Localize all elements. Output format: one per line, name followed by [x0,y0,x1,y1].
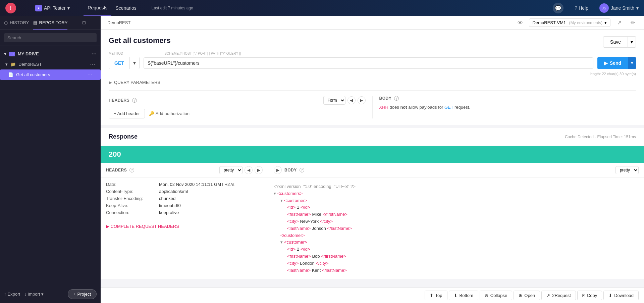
complete-req-label: ▶ COMPLETE REQUEST HEADERS [106,224,179,229]
nav-api-tester-label: API Tester [44,5,65,11]
to-request-button[interactable]: ↗ 2Request [541,291,576,300]
request-panel: Get all customers Save ▾ METHOD SCHEME:/… [101,30,644,128]
nav-logo[interactable]: ! [5,3,16,13]
xml-line-customer1-close: </customer> [274,232,639,239]
nav-divider-3 [146,4,146,12]
add-auth-button[interactable]: 🔑 Add authorization [149,109,190,118]
sidebar-tab-repository-label: REPOSITORY [39,20,68,25]
file-more-icon[interactable]: ⋯ [87,71,93,78]
add-header-button[interactable]: + Add header [109,109,145,118]
sidebar-search-input[interactable] [4,33,97,42]
sidebar-folder-label: DemoREST [18,62,42,67]
sidebar-bottom: ↑ Export ↓ Import ▾ + Project [0,285,101,303]
nav-requests[interactable]: Requests [84,0,111,16]
sidebar-my-drive-section: ▾ □ MY DRIVE ⋯ ▾ 📁 DemoREST ⋯ 📄 Get all … [0,46,101,83]
headers-col: HEADERS ? Form ◀ ▶ + Add header [109,96,372,118]
xml-line-firstname2: <firstName> Bob </firstName> [274,253,639,260]
method-dropdown-icon[interactable]: ▾ [129,57,139,69]
sidebar-tabs: ◷ HISTORY ▤ REPOSITORY ⊡ [0,16,101,30]
resp-header-transfer-encoding: Transfer-Encoding: chunked [106,196,263,201]
nav-last-edit: Last edit 7 minutes ago [152,6,193,10]
xml-line-city2: <city> London </city> [274,260,639,267]
resp-header-content-type: Content-Type: application/xml [106,189,263,194]
copy-button[interactable]: ⎘ Copy [577,291,602,300]
collapse-button[interactable]: ⊖ Collapse [480,291,513,300]
resp-headers-col: HEADERS ? pretty ◀ ▶ Date: [101,163,268,279]
form-select[interactable]: Form [323,96,345,105]
copy-icon: ⎘ [582,293,585,298]
import-label: Import [28,292,40,297]
content: DemoREST 👁 DemoREST-VM1 (My environments… [101,16,644,303]
breadcrumb: DemoREST [107,20,130,25]
folder-more-icon[interactable]: ⋯ [90,61,95,67]
xhr-request-text: request. [454,105,470,110]
history-icon: ◷ [4,20,8,25]
nav-chat-icon[interactable]: 💬 [553,3,564,13]
sidebar-tab-repository[interactable]: ▤ REPOSITORY [33,16,68,30]
open-button[interactable]: ⊕ Open [514,291,540,300]
resp-body-expand-icon[interactable]: ▶ [274,166,282,174]
method-scheme-label: METHOD SCHEME:// HOST [":" PORT] [ PATH … [109,52,636,55]
share-icon[interactable]: ↗ [614,18,624,28]
query-params-arrow: ▶ [109,80,112,85]
nav-divider-2 [78,4,78,12]
sidebar-folder-demorest[interactable]: ▾ 📁 DemoREST ⋯ [0,59,101,69]
sidebar-tab-extra[interactable]: ⊡ [67,16,101,30]
nav-user[interactable]: JS Jane Smith ▾ [599,3,639,13]
export-label: Export [8,292,20,297]
import-button[interactable]: ↓ Import ▾ [24,292,44,297]
env-select[interactable]: DemoREST-VM1 (My environments) ▾ [529,18,610,27]
resp-headers-sec-header: HEADERS ? pretty ◀ ▶ [101,163,268,178]
sidebar-my-drive[interactable]: ▾ □ MY DRIVE ⋯ [0,49,101,59]
bottom-button[interactable]: ⬇ Bottom [449,291,478,300]
query-params-toggle[interactable]: ▶ QUERY PARAMETERS [109,77,636,88]
resp-headers-title: HEADERS [106,168,127,172]
resp-body-info-icon[interactable]: ? [300,168,304,172]
resp-body-content: <?xml version="1.0" encoding="UTF-8" ?> … [268,178,644,279]
send-button[interactable]: ▶ Send [597,57,628,69]
preview-icon[interactable]: 👁 [516,18,525,28]
help-icon: ? [575,5,577,11]
sidebar-tab-history-label: HISTORY [10,20,29,25]
save-dropdown-button[interactable]: ▾ [628,36,636,48]
resp-body-sec-header: ▶ BODY ? pretty [268,163,644,178]
body-info-icon[interactable]: ? [394,96,399,101]
top-button[interactable]: ⬆ Top [425,291,447,300]
download-label: Download [614,293,634,298]
resp-header-te-key: Transfer-Encoding: [106,196,156,201]
response-header: Response Cache Detected - Elapsed Time: … [101,128,644,146]
top-label: Top [435,293,442,298]
new-project-button[interactable]: + Project [68,289,97,299]
save-button[interactable]: Save [603,36,628,48]
edit-icon[interactable]: ✏ [628,18,637,28]
nav-api-tester[interactable]: ✦ API Tester ▾ [33,0,72,16]
method-select[interactable]: GET ▾ [109,57,140,69]
response-panel: Response Cache Detected - Elapsed Time: … [101,128,644,279]
headers-actions: + Add header 🔑 Add authorization [109,109,366,118]
resp-headers-nav-right[interactable]: ▶ [255,166,263,174]
sidebar-tab-history[interactable]: ◷ HISTORY [0,16,33,30]
nav-scenarios[interactable]: Scenarios [111,0,140,16]
headers-nav-left[interactable]: ◀ [347,96,356,104]
url-input[interactable] [144,57,593,69]
resp-body-pretty-select[interactable]: pretty [615,166,639,174]
download-button[interactable]: ⬇ Download [603,291,639,300]
export-button[interactable]: ↑ Export [4,292,20,297]
sidebar: ◷ HISTORY ▤ REPOSITORY ⊡ ▾ □ MY DRIVE ⋯ [0,16,101,303]
nav-help[interactable]: ? Help [575,5,588,11]
resp-headers-info-icon[interactable]: ? [129,168,134,172]
resp-headers-pretty-select[interactable]: pretty [219,166,243,174]
resp-headers-nav-left[interactable]: ◀ [245,166,253,174]
sidebar-drive-label: MY DRIVE [18,51,39,56]
send-dropdown-button[interactable]: ▾ [628,57,636,69]
headers-section-title: HEADERS [109,98,129,103]
xml-line-id2: <id> 2 </id> [274,246,639,253]
headers-info-icon[interactable]: ? [132,98,137,103]
drive-more-icon[interactable]: ⋯ [91,51,97,57]
nav-api-dropdown-icon[interactable]: ▾ [67,5,70,11]
sidebar-file-get-all-customers[interactable]: 📄 Get all customers ⋯ [0,69,101,80]
headers-nav-right[interactable]: ▶ [358,96,366,104]
nav-scenarios-label: Scenarios [115,5,136,11]
env-name: DemoREST-VM1 [533,20,566,25]
complete-req-link[interactable]: ▶ COMPLETE REQUEST HEADERS [101,221,268,232]
